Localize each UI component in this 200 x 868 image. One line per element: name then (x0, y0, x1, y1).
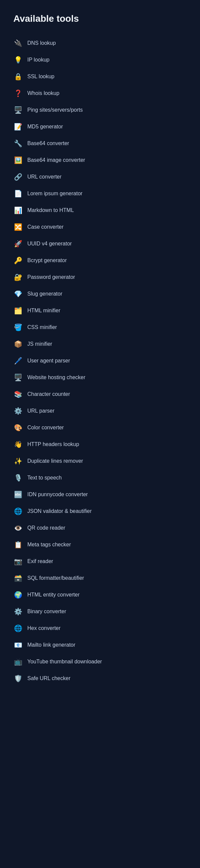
tool-item-base64-converter[interactable]: 🔧Base64 converter (10, 135, 190, 152)
password-generator-label: Password generator (27, 274, 75, 280)
url-parser-label: URL parser (27, 408, 54, 414)
lorem-ipsum-generator-icon: 📄 (13, 190, 23, 197)
tool-item-ssl-lookup[interactable]: 🔒SSL lookup (10, 68, 190, 85)
youtube-thumbnail-downloader-label: YouTube thumbnail downloader (27, 659, 102, 665)
character-counter-label: Character counter (27, 391, 70, 397)
safe-url-checker-icon: 🛡️ (13, 674, 23, 682)
tool-item-markdown-to-html[interactable]: 📊Markdown to HTML (10, 202, 190, 219)
tool-item-user-agent-parser[interactable]: 🖊️User agent parser (10, 352, 190, 369)
tool-item-lorem-ipsum-generator[interactable]: 📄Lorem ipsum generator (10, 185, 190, 202)
slug-generator-label: Slug generator (27, 291, 62, 297)
json-validator-beautifier-icon: 🌐 (13, 507, 23, 515)
tool-item-bcrypt-generator[interactable]: 🔑Bcrypt generator (10, 252, 190, 269)
tool-item-text-to-speech[interactable]: 🎙️Text to speech (10, 469, 190, 486)
sql-formatter-beautifier-label: SQL formatter/beautifier (27, 575, 84, 581)
whois-lookup-label: Whois lookup (27, 90, 59, 96)
case-converter-icon: 🔀 (13, 223, 23, 231)
bcrypt-generator-icon: 🔑 (13, 256, 23, 265)
css-minifier-label: CSS minifier (27, 324, 57, 330)
tool-item-json-validator-beautifier[interactable]: 🌐JSON validator & beautifier (10, 503, 190, 520)
tool-item-binary-converter[interactable]: ⚙️Binary converter (10, 603, 190, 620)
exif-reader-icon: 📷 (13, 557, 23, 565)
tool-item-md5-generator[interactable]: 📝MD5 generator (10, 118, 190, 135)
tool-item-uuid-v4-generator[interactable]: 🚀UUID v4 generator (10, 236, 190, 252)
tool-item-whois-lookup[interactable]: ❓Whois lookup (10, 85, 190, 102)
character-counter-icon: 📚 (13, 390, 23, 398)
tool-item-html-entity-converter[interactable]: 🌍HTML entity converter (10, 586, 190, 603)
tool-item-url-parser[interactable]: ⚙️URL parser (10, 403, 190, 419)
user-agent-parser-icon: 🖊️ (13, 357, 23, 365)
tool-item-safe-url-checker[interactable]: 🛡️Safe URL checker (10, 670, 190, 687)
ping-sites-icon: 🖥️ (13, 106, 23, 114)
color-converter-label: Color converter (27, 425, 64, 431)
base64-converter-icon: 🔧 (13, 140, 23, 148)
ip-lookup-icon: 💡 (13, 56, 23, 64)
tool-item-meta-tags-checker[interactable]: 📋Meta tags checker (10, 536, 190, 553)
tool-item-url-converter[interactable]: 🔗URL converter (10, 168, 190, 185)
binary-converter-icon: ⚙️ (13, 608, 23, 616)
tool-item-ip-lookup[interactable]: 💡IP lookup (10, 52, 190, 68)
tool-item-character-counter[interactable]: 📚Character counter (10, 386, 190, 403)
hex-converter-icon: 🌐 (13, 624, 23, 632)
html-entity-converter-label: HTML entity converter (27, 592, 80, 598)
duplicate-lines-remover-label: Duplicate lines remover (27, 458, 83, 464)
tool-item-html-minifier[interactable]: 🗂️HTML minifier (10, 302, 190, 319)
exif-reader-label: Exif reader (27, 558, 53, 564)
website-hosting-checker-label: Website hosting checker (27, 374, 85, 380)
tool-item-js-minifier[interactable]: 📦JS minifier (10, 336, 190, 352)
tool-item-base64-image-converter[interactable]: 🖼️Base64 image converter (10, 152, 190, 168)
tool-item-qr-code-reader[interactable]: 👁️QR code reader (10, 520, 190, 536)
tool-item-dns-lookup[interactable]: 🔌DNS lookup (10, 35, 190, 52)
qr-code-reader-icon: 👁️ (13, 524, 23, 532)
html-minifier-label: HTML minifier (27, 308, 60, 314)
mailto-link-generator-label: Mailto link generator (27, 642, 75, 648)
tool-item-color-converter[interactable]: 🎨Color converter (10, 419, 190, 436)
safe-url-checker-label: Safe URL checker (27, 675, 70, 681)
main-container: Available tools 🔌DNS lookup💡IP lookup🔒SS… (0, 0, 200, 707)
tool-item-website-hosting-checker[interactable]: 🖥️Website hosting checker (10, 369, 190, 386)
hex-converter-label: Hex converter (27, 625, 61, 631)
tool-item-case-converter[interactable]: 🔀Case converter (10, 219, 190, 236)
tool-item-password-generator[interactable]: 🔐Password generator (10, 269, 190, 285)
http-headers-lookup-label: HTTP headers lookup (27, 441, 79, 447)
youtube-thumbnail-downloader-icon: 📺 (13, 658, 23, 666)
js-minifier-icon: 📦 (13, 340, 23, 348)
base64-image-converter-icon: 🖼️ (13, 156, 23, 164)
tool-item-duplicate-lines-remover[interactable]: ✨Duplicate lines remover (10, 453, 190, 469)
case-converter-label: Case converter (27, 224, 64, 230)
js-minifier-label: JS minifier (27, 341, 52, 347)
base64-converter-label: Base64 converter (27, 141, 69, 147)
tool-item-slug-generator[interactable]: 💎Slug generator (10, 285, 190, 302)
bcrypt-generator-label: Bcrypt generator (27, 257, 67, 264)
ssl-lookup-icon: 🔒 (13, 72, 23, 81)
tool-item-mailto-link-generator[interactable]: 📧Mailto link generator (10, 637, 190, 653)
dns-lookup-icon: 🔌 (13, 39, 23, 47)
css-minifier-icon: 🪣 (13, 323, 23, 331)
uuid-v4-generator-icon: 🚀 (13, 240, 23, 248)
ip-lookup-label: IP lookup (27, 57, 49, 63)
md5-generator-icon: 📝 (13, 123, 23, 131)
base64-image-converter-label: Base64 image converter (27, 157, 85, 163)
duplicate-lines-remover-icon: ✨ (13, 457, 23, 465)
page-title: Available tools (10, 13, 190, 24)
tool-item-exif-reader[interactable]: 📷Exif reader (10, 553, 190, 570)
lorem-ipsum-generator-label: Lorem ipsum generator (27, 191, 82, 196)
url-converter-label: URL converter (27, 174, 62, 180)
tool-item-idn-punnycode-converter[interactable]: 🔤IDN punnycode converter (10, 486, 190, 503)
tool-item-http-headers-lookup[interactable]: 👋HTTP headers lookup (10, 436, 190, 453)
meta-tags-checker-icon: 📋 (13, 541, 23, 549)
tool-item-hex-converter[interactable]: 🌐Hex converter (10, 620, 190, 637)
markdown-to-html-label: Markdown to HTML (27, 207, 74, 213)
html-entity-converter-icon: 🌍 (13, 591, 23, 599)
tools-list: 🔌DNS lookup💡IP lookup🔒SSL lookup❓Whois l… (10, 35, 190, 687)
idn-punnycode-converter-label: IDN punnycode converter (27, 492, 88, 498)
tool-item-sql-formatter-beautifier[interactable]: 🗃️SQL formatter/beautifier (10, 570, 190, 586)
binary-converter-label: Binary converter (27, 609, 66, 615)
tool-item-youtube-thumbnail-downloader[interactable]: 📺YouTube thumbnail downloader (10, 653, 190, 670)
password-generator-icon: 🔐 (13, 273, 23, 281)
tool-item-css-minifier[interactable]: 🪣CSS minifier (10, 319, 190, 336)
whois-lookup-icon: ❓ (13, 89, 23, 97)
tool-item-ping-sites[interactable]: 🖥️Ping sites/servers/ports (10, 102, 190, 118)
markdown-to-html-icon: 📊 (13, 206, 23, 214)
website-hosting-checker-icon: 🖥️ (13, 373, 23, 381)
